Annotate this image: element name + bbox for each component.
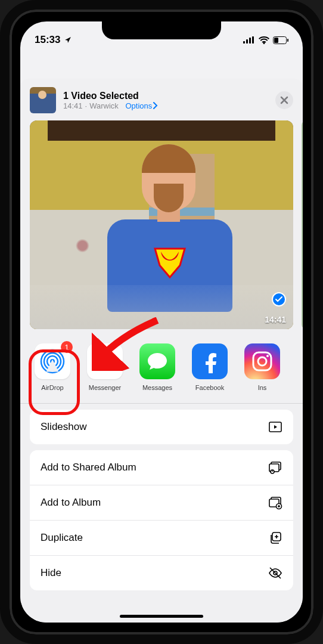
- app-messenger[interactable]: Messenger: [86, 343, 124, 391]
- status-time: 15:33: [35, 34, 60, 46]
- svg-rect-0: [243, 41, 245, 44]
- header-thumbnail[interactable]: [30, 87, 56, 113]
- video-preview[interactable]: 14:41: [30, 120, 293, 329]
- shared-album-icon: [268, 460, 282, 475]
- header-meta-time: 14:41: [63, 101, 83, 110]
- play-rect-icon: [268, 420, 282, 434]
- share-sheet: 1 Video Selected 14:41 · Warwick Options: [20, 79, 303, 623]
- home-indicator[interactable]: [120, 615, 203, 618]
- action-add-album[interactable]: Add to Album: [30, 485, 293, 521]
- actions-list: Slideshow Add to Shared Album Add to Alb…: [20, 404, 303, 590]
- share-header: 1 Video Selected 14:41 · Warwick Options: [20, 79, 303, 120]
- messenger-icon: [92, 348, 118, 374]
- video-duration: 14:41: [265, 315, 286, 324]
- app-messages[interactable]: Messages: [138, 343, 176, 391]
- header-meta-location: Warwick: [89, 101, 119, 110]
- svg-rect-2: [249, 38, 251, 44]
- svg-rect-5: [274, 38, 278, 43]
- action-slideshow[interactable]: Slideshow: [30, 410, 293, 444]
- svg-point-18: [272, 470, 273, 472]
- app-label: Ins: [258, 384, 267, 391]
- app-instagram[interactable]: Ins: [243, 343, 281, 391]
- messages-icon: [145, 349, 169, 373]
- close-button[interactable]: [275, 91, 293, 109]
- share-apps-row[interactable]: 1 AirDrop Messenger: [20, 335, 303, 404]
- app-airdrop[interactable]: 1 AirDrop: [33, 343, 72, 391]
- svg-rect-11: [253, 352, 271, 370]
- wifi-icon: [259, 36, 269, 44]
- action-hide[interactable]: Hide: [30, 556, 293, 590]
- action-add-shared-album[interactable]: Add to Shared Album: [30, 450, 293, 485]
- svg-point-13: [266, 355, 269, 357]
- svg-rect-6: [287, 39, 288, 42]
- airdrop-icon: [39, 348, 66, 374]
- duplicate-icon: [268, 531, 282, 545]
- app-label: Messages: [142, 384, 172, 391]
- app-facebook[interactable]: Facebook: [191, 343, 229, 391]
- app-label: AirDrop: [41, 384, 63, 391]
- battery-icon: [273, 36, 288, 44]
- close-icon: [280, 96, 288, 104]
- facebook-icon: [198, 349, 222, 373]
- eye-slash-icon: [268, 566, 282, 580]
- location-icon: [64, 36, 72, 44]
- selected-checkmark-icon: [272, 292, 286, 306]
- options-link[interactable]: Options: [125, 101, 158, 110]
- cellular-icon: [243, 36, 255, 44]
- airdrop-badge: 1: [61, 341, 73, 353]
- instagram-icon: [251, 350, 274, 373]
- next-preview-peek[interactable]: [302, 120, 303, 329]
- action-duplicate[interactable]: Duplicate: [30, 521, 293, 556]
- app-label: Messenger: [89, 384, 121, 391]
- svg-point-12: [258, 357, 266, 366]
- svg-rect-1: [246, 39, 248, 44]
- chevron-right-icon: [153, 102, 158, 109]
- header-title: 1 Video Selected: [63, 91, 268, 101]
- app-label: Facebook: [195, 384, 224, 391]
- svg-rect-3: [252, 36, 254, 44]
- add-album-icon: [268, 496, 282, 510]
